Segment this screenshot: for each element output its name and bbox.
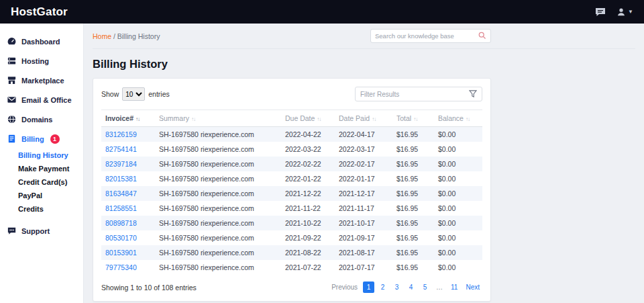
date-paid-cell: 2022-04-17 [335,127,392,142]
balance-cell: $0.00 [434,230,482,245]
pagination-page-5[interactable]: 5 [419,282,431,293]
due-date-cell: 2021-09-22 [281,230,335,245]
total-cell: $16.95 [392,171,434,186]
sidebar-item-dashboard[interactable]: Dashboard [0,32,83,51]
balance-cell: $0.00 [434,186,482,201]
filter-results-box[interactable] [355,87,482,101]
summary-cell: SH-1697580 riexperience.com [155,186,281,201]
store-icon [7,75,17,85]
showing-entries-text: Showing 1 to 10 of 108 entries [101,284,197,292]
balance-cell: $0.00 [434,127,482,142]
column-header-total[interactable]: Total↑↓ [392,110,434,127]
invoice-link[interactable]: 80153901 [105,249,137,257]
pagination-page-3[interactable]: 3 [391,282,402,293]
sidebar-item-label: Marketplace [21,77,64,85]
invoice-link[interactable]: 82754141 [105,145,137,153]
total-cell: $16.95 [392,245,434,260]
balance-cell: $0.00 [434,157,482,171]
chevron-down-icon: ▼ [628,9,633,15]
total-cell: $16.95 [392,230,434,245]
show-label: Show [101,90,119,98]
sidebar-item-email-office[interactable]: Email & Office [0,90,83,110]
due-date-cell: 2021-11-22 [281,201,335,216]
total-cell: $16.95 [392,142,434,157]
sidebar-item-domains[interactable]: Domains [0,110,83,129]
page-title: Billing History [93,58,635,71]
sidebar-subitem-billing-history[interactable]: Billing History [0,148,83,162]
column-header-invoice[interactable]: Invoice#↑↓ [101,110,155,127]
date-paid-cell: 2021-12-17 [335,186,392,201]
entries-select[interactable]: 10 [122,87,145,101]
pagination-page-11[interactable]: 11 [448,282,460,293]
pagination-previous[interactable]: Previous [329,282,360,293]
chat-icon[interactable] [595,7,606,17]
sidebar-item-support[interactable]: Support [0,221,83,241]
sidebar-item-label: Domains [21,116,52,124]
invoice-link[interactable]: 81634847 [105,189,137,198]
pagination-page-2[interactable]: 2 [377,282,388,293]
invoice-link[interactable]: 82015381 [105,175,137,183]
balance-cell: $0.00 [434,216,482,230]
sidebar-item-marketplace[interactable]: Marketplace [0,71,83,90]
knowledge-base-search[interactable] [370,29,491,43]
invoice-link[interactable]: 81258551 [105,204,137,212]
sidebar-subitem-paypal[interactable]: PayPal [0,189,83,202]
breadcrumb-current: Billing History [117,32,160,40]
sidebar-item-label: Dashboard [21,38,60,46]
summary-cell: SH-1697580 riexperience.com [155,260,281,275]
pagination-page-4[interactable]: 4 [405,282,417,293]
summary-cell: SH-1697580 riexperience.com [155,245,281,260]
invoice-link[interactable]: 79775340 [105,263,137,271]
balance-cell: $0.00 [434,260,482,275]
column-header-due-date[interactable]: Due Date↑↓ [281,110,335,127]
sidebar-item-hosting[interactable]: Hosting [0,51,83,71]
pagination-next[interactable]: Next [463,282,482,293]
search-input[interactable] [375,32,478,40]
table-row: 81634847 SH-1697580 riexperience.com 202… [101,186,482,201]
search-icon[interactable] [478,30,486,42]
filter-input[interactable] [360,91,469,98]
sidebar-item-billing[interactable]: Billing 1 [0,129,83,148]
user-menu[interactable]: ▼ [616,7,633,17]
table-row: 80153901 SH-1697580 riexperience.com 202… [101,245,482,260]
pagination-page-1[interactable]: 1 [363,282,374,293]
globe-icon [7,114,17,124]
breadcrumb-home-link[interactable]: Home [93,32,111,40]
due-date-cell: 2021-07-22 [281,260,335,275]
entries-label: entries [148,90,170,98]
sidebar-subitem-make-payment[interactable]: Make Payment [0,162,83,175]
total-cell: $16.95 [392,127,434,142]
column-header-date-paid[interactable]: Date Paid↑↓ [335,110,392,127]
balance-cell: $0.00 [434,201,482,216]
balance-cell: $0.00 [434,171,482,186]
due-date-cell: 2022-01-22 [281,171,335,186]
invoice-link[interactable]: 80530170 [105,234,137,242]
date-paid-cell: 2022-02-17 [335,157,392,171]
sidebar-item-label: Email & Office [21,96,72,104]
column-header-balance[interactable]: Balance↑↓ [434,110,482,127]
total-cell: $16.95 [392,157,434,171]
sidebar-subitem-credits[interactable]: Credits [0,202,83,216]
sort-icon: ↑↓ [372,116,376,122]
table-row: 83126159 SH-1697580 riexperience.com 202… [101,127,482,142]
column-header-summary[interactable]: Summary↑↓ [155,110,281,127]
sort-icon: ↑↓ [413,116,417,122]
dashboard-icon [7,36,17,46]
due-date-cell: 2022-03-22 [281,142,335,157]
sidebar-subitem-credit-cards[interactable]: Credit Card(s) [0,175,83,189]
hostgator-logo[interactable]: HostGator [11,5,68,19]
table-row: 80898718 SH-1697580 riexperience.com 202… [101,216,482,230]
topbar: HostGator ▼ [0,0,644,24]
invoice-link[interactable]: 80898718 [105,219,137,227]
billing-notification-badge: 1 [50,134,60,144]
sidebar-item-label: Hosting [21,57,49,65]
table-row: 82754141 SH-1697580 riexperience.com 202… [101,142,482,157]
summary-cell: SH-1697580 riexperience.com [155,157,281,171]
invoice-link[interactable]: 82397184 [105,160,137,168]
filter-funnel-icon [469,88,477,100]
support-chat-icon [7,226,17,236]
balance-cell: $0.00 [434,245,482,260]
invoice-link[interactable]: 83126159 [105,130,137,138]
due-date-cell: 2022-04-22 [281,127,335,142]
due-date-cell: 2021-12-22 [281,186,335,201]
